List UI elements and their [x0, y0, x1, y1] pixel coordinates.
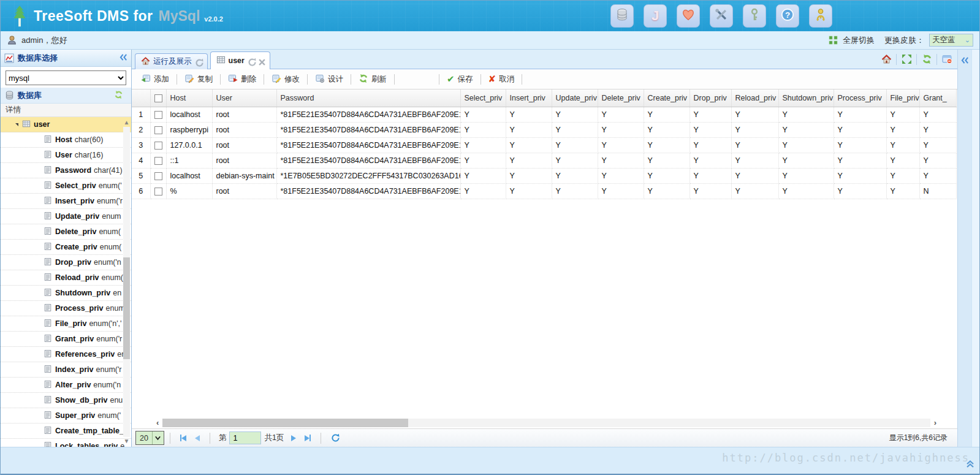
column-header[interactable]: User: [212, 89, 276, 107]
column-header[interactable]: File_priv: [886, 89, 919, 107]
reload-grid-icon[interactable]: [327, 433, 344, 443]
row-checkbox[interactable]: [154, 142, 162, 150]
tree-node-column[interactable]: Passwordchar(41): [1, 163, 131, 178]
hscroll-thumb[interactable]: [162, 419, 408, 427]
last-page-button[interactable]: [300, 435, 315, 441]
refresh-tree-icon[interactable]: [114, 90, 127, 101]
header-button-person[interactable]: [809, 4, 832, 28]
tab-refresh-icon[interactable]: [195, 58, 202, 65]
header-button-tools[interactable]: [710, 4, 733, 28]
tree-node-column[interactable]: Alter_privenum('n: [1, 378, 131, 393]
fullscreen-toggle-icon[interactable]: [829, 36, 838, 45]
collapse-sidebar-icon[interactable]: [120, 53, 127, 63]
column-name: Index_priv: [55, 365, 94, 374]
tab-close-icon[interactable]: [257, 58, 264, 64]
expanded-caret-icon[interactable]: [15, 123, 18, 126]
header-button-heart[interactable]: [677, 4, 700, 28]
tree-node-column[interactable]: Insert_privenum('r: [1, 194, 131, 209]
toolbar-button-design[interactable]: 设计: [312, 72, 346, 87]
row-checkbox[interactable]: [154, 157, 162, 165]
tree-node-column[interactable]: Super_privenum(': [1, 408, 131, 424]
column-header[interactable]: Drop_priv: [689, 89, 731, 107]
tree-node-column[interactable]: Delete_privenum(: [1, 224, 131, 240]
row-checkbox[interactable]: [154, 126, 162, 134]
scroll-right-icon[interactable]: ›: [930, 419, 940, 427]
column-header[interactable]: Delete_priv: [598, 89, 644, 107]
scrollbar-thumb[interactable]: [123, 257, 130, 360]
tree-node-column[interactable]: Create_tmp_table_: [1, 424, 131, 439]
column-header[interactable]: Password: [276, 89, 460, 107]
tree-node-column[interactable]: Create_privenum(: [1, 240, 131, 255]
tree-node-column[interactable]: Drop_privenum('n: [1, 255, 131, 270]
select-all-checkbox[interactable]: [154, 94, 162, 102]
tree-node-column[interactable]: Userchar(16): [1, 148, 131, 163]
table-row[interactable]: 4::1root*81F5E21E35407D884A6CD4A731AEBFB…: [132, 153, 956, 168]
tree-node-column[interactable]: Select_privenum(': [1, 178, 131, 194]
toolbar-button-delete[interactable]: 删除: [225, 72, 259, 87]
save-button[interactable]: ✔保存: [444, 72, 476, 86]
column-header[interactable]: Create_priv: [644, 89, 689, 107]
row-checkbox[interactable]: [154, 111, 162, 119]
toolbar-button-refresh[interactable]: 刷新: [355, 72, 390, 87]
tree-node-column[interactable]: Process_privenum: [1, 301, 131, 316]
table-row[interactable]: 6%root*81F5E21E35407D884A6CD4A731AEBFB6A…: [132, 183, 956, 199]
column-header[interactable]: Select_priv: [460, 89, 506, 107]
tree-node-column[interactable]: Index_privenum('r: [1, 362, 131, 378]
tree-node-column[interactable]: Grant_privenum('r: [1, 332, 131, 347]
header-button-database[interactable]: [610, 4, 634, 28]
horizontal-scrollbar[interactable]: ‹ ›: [132, 417, 957, 428]
tab-user[interactable]: user: [210, 51, 270, 69]
tree-node-column[interactable]: Reload_privenum(: [1, 270, 131, 286]
tree-node-column[interactable]: Lock_tables_prive: [1, 439, 131, 447]
row-checkbox[interactable]: [154, 188, 162, 196]
column-header[interactable]: Grant_: [919, 89, 956, 107]
sidebar-scrollbar[interactable]: ▲ ▼: [123, 118, 131, 446]
tree-node-column[interactable]: Shutdown_priven: [1, 286, 131, 301]
table-row[interactable]: 2raspberrypiroot*81F5E21E35407D884A6CD4A…: [132, 122, 956, 137]
column-header[interactable]: Shutdown_priv: [778, 89, 834, 107]
tree-node-column[interactable]: File_privenum('n',': [1, 316, 131, 332]
column-header[interactable]: Host: [166, 89, 212, 107]
tree-node-column[interactable]: Show_db_privenu: [1, 393, 131, 408]
column-header[interactable]: Insert_priv: [506, 89, 552, 107]
header-button-key[interactable]: [743, 4, 766, 28]
scroll-top-icon[interactable]: [966, 460, 974, 471]
scroll-down-icon[interactable]: ▼: [124, 437, 130, 446]
refresh-tab-icon[interactable]: [919, 52, 935, 67]
skin-select[interactable]: 天空蓝 ⌄: [929, 34, 973, 47]
column-header[interactable]: Process_priv: [834, 89, 886, 107]
toolbar-button-add[interactable]: 添加: [138, 72, 172, 87]
close-tabs-icon[interactable]: [939, 52, 955, 67]
first-page-button[interactable]: [176, 435, 191, 441]
collapse-east-panel[interactable]: [957, 50, 971, 447]
maximize-tabs-icon[interactable]: [898, 52, 914, 67]
table-row[interactable]: 5localhostdebian-sys-maint*1E7B05E5BD302…: [132, 168, 956, 183]
header-button-help[interactable]: ?: [776, 4, 799, 28]
prev-page-button[interactable]: [191, 435, 204, 441]
tab-run-display[interactable]: 运行及展示: [135, 53, 208, 69]
fullscreen-toggle-label[interactable]: 全屏切换: [843, 35, 875, 46]
tab-refresh-icon[interactable]: [248, 58, 254, 64]
toolbar-button-edit[interactable]: 修改: [268, 72, 303, 87]
scroll-left-icon[interactable]: ‹: [153, 419, 162, 427]
column-header[interactable]: Update_priv: [552, 89, 598, 107]
table-row[interactable]: 3127.0.0.1root*81F5E21E35407D884A6CD4A73…: [132, 137, 956, 153]
tree-node-column[interactable]: References_priver: [1, 347, 131, 362]
home-button[interactable]: [878, 52, 894, 67]
scroll-up-icon[interactable]: ▲: [124, 118, 130, 127]
tree-node-column[interactable]: Update_privenum: [1, 209, 131, 224]
page-number-input[interactable]: [229, 431, 261, 444]
table-row[interactable]: 1localhostroot*81F5E21E35407D884A6CD4A73…: [132, 107, 956, 122]
row-checkbox[interactable]: [154, 172, 162, 180]
next-page-button[interactable]: [287, 435, 300, 441]
page-scrollbar[interactable]: [971, 50, 979, 447]
details-row[interactable]: 详情: [1, 104, 131, 117]
tree-node-column[interactable]: Hostchar(60): [1, 132, 131, 148]
header-button-letter-j[interactable]: J: [644, 4, 667, 28]
page-size-select[interactable]: 20: [135, 431, 164, 445]
cancel-button[interactable]: ✘取消: [485, 72, 518, 86]
database-select[interactable]: mysql: [6, 70, 126, 85]
toolbar-button-copy[interactable]: 复制: [181, 72, 216, 87]
tree-node-user[interactable]: user: [1, 117, 131, 132]
column-header[interactable]: Reload_priv: [731, 89, 778, 107]
